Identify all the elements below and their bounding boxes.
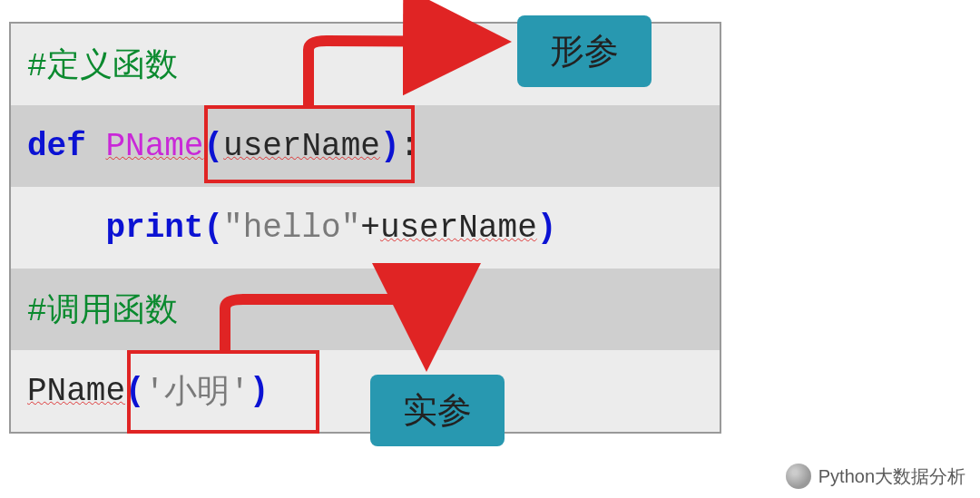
call-argument: '小明': [145, 369, 250, 414]
print-argument: userName: [380, 210, 537, 247]
call-close: ): [250, 373, 270, 410]
call-open: (: [125, 373, 145, 410]
code-line-print: print("hello"+userName): [11, 187, 720, 269]
print-close: ): [537, 210, 557, 247]
call-name: PName: [27, 373, 125, 410]
watermark: Python大数据分析: [786, 464, 965, 489]
code-line-def: def PName(userName):: [11, 105, 720, 187]
code-line-comment-call: #调用函数: [11, 269, 720, 350]
indent: [27, 210, 105, 247]
comment-define: #定义函数: [27, 43, 178, 87]
plus: +: [360, 210, 380, 247]
paren-close: ): [380, 128, 400, 165]
label-formal-param: 形参: [517, 15, 652, 87]
keyword-def: def: [27, 128, 86, 165]
comment-call: #调用函数: [27, 288, 178, 332]
watermark-text: Python大数据分析: [818, 464, 965, 489]
paren-open: (: [203, 128, 223, 165]
keyword-print: print: [105, 210, 203, 247]
label-actual-param: 实参: [370, 375, 505, 446]
parameter-name: userName: [223, 128, 380, 165]
print-open: (: [203, 210, 223, 247]
string-hello: "hello": [223, 210, 360, 247]
colon: :: [400, 128, 420, 165]
wechat-icon: [786, 464, 811, 489]
code-line-call: PName('小明'): [11, 350, 720, 432]
function-name: PName: [105, 128, 203, 165]
